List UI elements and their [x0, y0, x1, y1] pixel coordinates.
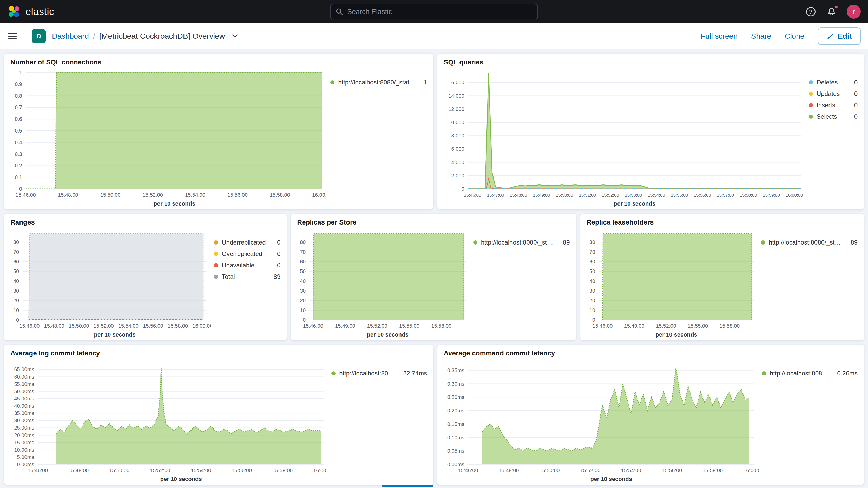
svg-text:per 10 seconds: per 10 seconds	[367, 331, 408, 338]
legend-series-value: 89	[846, 239, 858, 246]
chart-canvas[interactable]: 8070605040302010015:46:0015:48:0015:50:0…	[10, 227, 211, 339]
legend-item[interactable]: http://localhost:8080/_stat...1	[330, 79, 427, 86]
legend-item[interactable]: Updates0	[809, 90, 858, 97]
svg-text:0.1: 0.1	[15, 174, 22, 180]
chart-canvas[interactable]: 10.90.80.70.60.50.40.30.20.1015:46:0015:…	[10, 67, 328, 208]
legend-item[interactable]: Overreplicated0	[214, 250, 280, 257]
svg-text:15:50:00: 15:50:00	[539, 467, 560, 473]
legend-series-label: Deletes	[816, 79, 838, 86]
clone-button[interactable]: Clone	[784, 32, 804, 40]
chart-canvas[interactable]: 8070605040302010015:46:0015:49:0015:52:0…	[587, 227, 758, 339]
legend-series-dot	[809, 103, 813, 107]
chart-legend: http://localhost:8080/_sta...89	[470, 227, 570, 338]
legend-item[interactable]: http://localhost:8080/_sta...89	[761, 239, 858, 246]
notification-badge-dot	[834, 5, 838, 9]
legend-item[interactable]: Inserts0	[809, 101, 858, 109]
legend-item[interactable]: Selects0	[809, 113, 858, 120]
main-menu-button[interactable]	[0, 23, 26, 49]
chart-canvas[interactable]: 8070605040302010015:46:0015:49:0015:52:0…	[297, 227, 470, 339]
svg-text:0.4: 0.4	[15, 140, 22, 145]
edit-button[interactable]: Edit	[818, 27, 861, 45]
legend-item[interactable]: http://localhost:8080...0.26ms	[762, 370, 858, 377]
svg-text:per 10 seconds: per 10 seconds	[590, 476, 632, 482]
svg-text:15:48:00: 15:48:00	[44, 323, 64, 329]
svg-text:10: 10	[300, 307, 306, 313]
panel-title[interactable]: Average command commit latency	[444, 349, 858, 357]
full-screen-button[interactable]: Full screen	[701, 32, 738, 40]
svg-text:0.10ms: 0.10ms	[447, 435, 464, 440]
legend-item[interactable]: Unavailable0	[214, 262, 280, 269]
share-button[interactable]: Share	[751, 32, 771, 40]
user-avatar[interactable]: r	[847, 5, 861, 19]
breadcrumb-dashboard-link[interactable]: Dashboard	[52, 32, 89, 40]
svg-text:15:50:00: 15:50:00	[100, 192, 121, 198]
help-icon[interactable]: ?	[805, 6, 816, 18]
space-badge[interactable]: D	[32, 29, 46, 43]
panel-ranges: Ranges 8070605040302010015:46:0015:48:00…	[4, 214, 287, 340]
legend-item[interactable]: Total89	[214, 273, 280, 280]
svg-text:0.25ms: 0.25ms	[447, 394, 464, 400]
legend-item[interactable]: http://localhost:8080/_sta...89	[473, 239, 570, 246]
svg-text:40: 40	[300, 278, 306, 284]
panel-title[interactable]: SQL queries	[444, 58, 858, 66]
svg-text:15:54:00: 15:54:00	[621, 467, 641, 473]
svg-text:15:54:00: 15:54:00	[648, 193, 665, 198]
svg-text:16:00:00: 16:00:00	[743, 467, 758, 473]
svg-text:80: 80	[13, 239, 19, 245]
svg-text:15:48:00: 15:48:00	[499, 467, 519, 473]
svg-text:15:57:00: 15:57:00	[717, 193, 734, 198]
global-search[interactable]	[330, 4, 538, 20]
search-input[interactable]	[347, 8, 532, 16]
sql-connections-chart[interactable]: 10.90.80.70.60.50.40.30.20.1015:46:0015:…	[10, 67, 327, 207]
svg-text:0: 0	[592, 317, 595, 323]
svg-text:10.00ms: 10.00ms	[14, 447, 34, 453]
svg-text:20: 20	[589, 298, 595, 303]
panel-title[interactable]: Number of SQL connections	[10, 58, 427, 66]
legend-series-label: http://localhost:8080/_stat...	[338, 79, 414, 86]
panel-title[interactable]: Average log commit latency	[10, 349, 427, 357]
legend-item[interactable]: http://localhost:808...22.74ms	[331, 370, 427, 377]
svg-text:0: 0	[19, 186, 22, 192]
svg-text:70: 70	[300, 249, 306, 255]
svg-text:15:58:00: 15:58:00	[431, 323, 452, 329]
sql-queries-chart[interactable]: 16,00014,00012,00010,0008,0006,0004,0002…	[444, 67, 806, 207]
svg-text:50.00ms: 50.00ms	[14, 389, 34, 394]
svg-text:15:55:00: 15:55:00	[671, 193, 688, 198]
replica-leaseholders-chart[interactable]: 8070605040302010015:46:0015:49:0015:52:0…	[587, 227, 758, 338]
svg-text:0.05ms: 0.05ms	[447, 448, 464, 454]
svg-text:10: 10	[13, 307, 19, 313]
chart-canvas[interactable]: 16,00014,00012,00010,0008,0006,0004,0002…	[444, 67, 805, 208]
elastic-logo-icon	[7, 5, 21, 19]
chart-canvas[interactable]: 0.35ms0.30ms0.25ms0.20ms0.15ms0.10ms0.05…	[444, 358, 758, 483]
svg-text:15:54:00: 15:54:00	[191, 467, 211, 473]
chart-legend: Deletes0Updates0Inserts0Selects0	[806, 67, 858, 207]
legend-item[interactable]: Deletes0	[809, 79, 858, 86]
notifications-bell-icon[interactable]	[826, 6, 837, 18]
svg-text:15:52:00: 15:52:00	[143, 192, 163, 198]
ranges-chart[interactable]: 8070605040302010015:46:0015:48:0015:50:0…	[10, 227, 211, 338]
svg-text:30.00ms: 30.00ms	[14, 418, 34, 423]
panel-number-of-sql-connections: Number of SQL connections 10.90.80.70.60…	[4, 54, 433, 209]
replicas-per-store-chart[interactable]: 8070605040302010015:46:0015:49:0015:52:0…	[297, 227, 470, 338]
chart-legend: http://localhost:808...22.74ms	[328, 358, 427, 483]
page-title: [Metricbeat CockroachDB] Overview	[99, 32, 225, 40]
svg-text:per 10 seconds: per 10 seconds	[94, 331, 136, 338]
legend-item[interactable]: Underreplicated0	[214, 239, 280, 246]
panel-title[interactable]: Replica leaseholders	[587, 218, 858, 226]
dashboard-grid: Number of SQL connections 10.90.80.70.60…	[0, 49, 868, 488]
panel-replica-leaseholders: Replica leaseholders 8070605040302010015…	[580, 214, 864, 340]
panel-replicas-per-store: Replicas per Store 8070605040302010015:4…	[291, 214, 576, 340]
svg-text:30: 30	[300, 288, 306, 294]
horizontal-scrollbar-thumb[interactable]	[382, 485, 433, 487]
chart-legend: Underreplicated0Overreplicated0Unavailab…	[211, 227, 280, 338]
command-commit-latency-chart[interactable]: 0.35ms0.30ms0.25ms0.20ms0.15ms0.10ms0.05…	[444, 358, 759, 483]
svg-text:0.9: 0.9	[15, 81, 22, 87]
svg-text:15:56:00: 15:56:00	[143, 323, 163, 329]
log-commit-latency-chart[interactable]: 65.00ms60.00ms55.00ms50.00ms45.00ms40.00…	[10, 358, 328, 483]
chart-canvas[interactable]: 65.00ms60.00ms55.00ms50.00ms45.00ms40.00…	[10, 358, 329, 483]
panel-title[interactable]: Replicas per Store	[297, 218, 570, 226]
elastic-brand[interactable]: elastic	[7, 5, 54, 19]
legend-series-label: http://localhost:808...	[339, 370, 395, 377]
title-menu-chevron-icon[interactable]	[232, 34, 238, 38]
panel-title[interactable]: Ranges	[10, 218, 280, 226]
